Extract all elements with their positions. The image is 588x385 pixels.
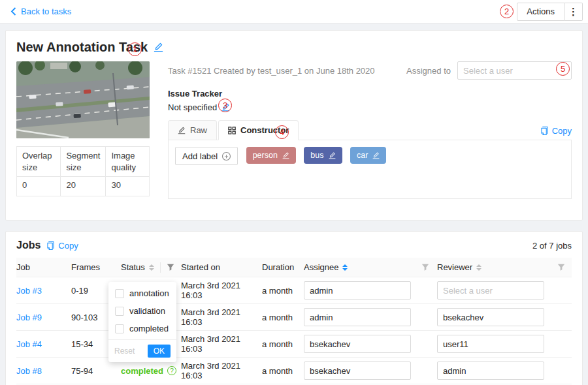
job-reviewer-input[interactable]	[437, 335, 544, 353]
job-assignee-input[interactable]	[304, 281, 411, 300]
tab-raw[interactable]: Raw	[168, 120, 217, 140]
labels-editor: Add label person bus car	[168, 140, 572, 199]
copy-jobs-link[interactable]: Copy	[46, 241, 78, 251]
task-assignee-input[interactable]	[457, 61, 572, 80]
duration-cell: a month	[262, 366, 304, 376]
job-assignee-input[interactable]	[304, 308, 411, 326]
status-filter-cell	[160, 262, 181, 273]
param-header-segment: Segment size	[61, 147, 106, 177]
add-label-text: Add label	[182, 151, 218, 161]
assigned-to-label: Assigned to	[406, 66, 451, 76]
checkbox[interactable]	[115, 324, 124, 333]
param-header-overlap: Overlap size	[17, 147, 61, 177]
param-value-quality: 30	[106, 177, 150, 196]
copy-icon	[46, 241, 55, 250]
jobs-header: Jobs Copy 2 of 7 jobs	[16, 239, 572, 251]
column-header-reviewer: Reviewer	[437, 262, 557, 272]
pencil-icon	[178, 127, 186, 134]
status-filter-icon[interactable]	[167, 264, 174, 271]
chevron-left-icon	[10, 7, 16, 16]
labels-tabs: Raw Constructor Copy	[168, 120, 572, 140]
column-header-duration: Duration	[262, 262, 304, 272]
job-link[interactable]: Job #8	[16, 366, 42, 376]
copy-labels-link[interactable]: Copy	[540, 126, 572, 140]
param-value-overlap: 0	[17, 177, 61, 196]
add-label-button[interactable]: Add label	[175, 147, 238, 165]
duration-cell: a month	[262, 286, 304, 296]
copy-jobs-label: Copy	[58, 241, 78, 251]
started-cell: March 3rd 2021 16:03	[181, 334, 262, 354]
task-card: New Annotation Task	[5, 30, 583, 221]
started-cell: March 3rd 2021 16:03	[181, 307, 262, 327]
page: Back to tasks Actions ⋮ New Annotation T…	[0, 0, 588, 385]
jobs-title: Jobs	[16, 239, 41, 251]
job-assignee-input[interactable]	[304, 362, 411, 380]
status-filter-dropdown: annotation validation completed Reset OK	[108, 282, 176, 362]
task-params-table: Overlap size Segment size Image quality …	[16, 146, 150, 196]
callout-1: 1	[128, 42, 142, 56]
table-row: Job #8 75-94 completed ? March 3rd 2021 …	[16, 358, 572, 384]
filter-option-validation[interactable]: validation	[108, 302, 176, 320]
column-divider	[160, 262, 161, 273]
assigned-to-group: Assigned to	[406, 61, 572, 80]
table-row: Job #4 15-34 March 3rd 2021 16:03 a mont…	[16, 331, 572, 358]
checkbox[interactable]	[115, 307, 124, 316]
assignee-sort-icon[interactable]	[342, 264, 348, 271]
label-chip-bus-name: bus	[310, 151, 323, 160]
plus-circle-icon	[222, 152, 231, 161]
job-assignee-input[interactable]	[304, 335, 411, 353]
status-cell: completed ?	[121, 366, 181, 376]
actions-button-group: Actions ⋮	[517, 3, 583, 21]
filter-option-annotation[interactable]: annotation	[108, 285, 176, 302]
column-header-job: Job	[16, 262, 71, 272]
job-reviewer-input[interactable]	[437, 308, 544, 326]
issue-tracker-label: Issue Tracker	[168, 89, 572, 99]
duration-cell: a month	[262, 339, 304, 349]
started-cell: March 3rd 2021 16:03	[181, 281, 262, 300]
actions-menu-button[interactable]: ⋮	[564, 3, 583, 21]
actions-button[interactable]: Actions	[517, 3, 564, 21]
callout-3: 3	[218, 99, 232, 112]
label-chip-car-name: car	[357, 151, 368, 160]
assignee-filter-cell	[421, 264, 437, 271]
callout-5: 5	[556, 62, 570, 76]
edit-label-icon[interactable]	[329, 152, 336, 159]
label-chip-bus[interactable]: bus	[304, 147, 342, 164]
filter-option-label: annotation	[129, 288, 169, 298]
jobs-card: Jobs Copy 2 of 7 jobs Job Frames Status …	[5, 231, 583, 385]
task-meta-row: Task #1521 Created by test_user_1 on Jun…	[168, 61, 572, 80]
reviewer-filter-icon[interactable]	[557, 264, 565, 271]
edit-label-icon[interactable]	[372, 152, 380, 159]
job-reviewer-input[interactable]	[437, 281, 544, 300]
status-help-icon[interactable]: ?	[167, 366, 176, 375]
job-link[interactable]: Job #9	[16, 313, 42, 322]
task-meta: Task #1521 Created by test_user_1 on Jun…	[168, 66, 375, 76]
task-body: Overlap size Segment size Image quality …	[16, 61, 572, 199]
reviewer-sort-icon[interactable]	[476, 264, 482, 271]
job-link[interactable]: Job #3	[16, 286, 42, 296]
checkbox[interactable]	[115, 289, 124, 298]
column-header-assignee: Assignee	[304, 262, 421, 272]
status-sort-icon[interactable]	[149, 264, 154, 271]
filter-ok-button[interactable]: OK	[148, 345, 171, 358]
job-reviewer-input[interactable]	[437, 362, 544, 380]
edit-title-icon[interactable]	[154, 42, 163, 52]
duration-cell: a month	[262, 313, 304, 322]
label-chip-person-name: person	[253, 151, 278, 160]
assignee-filter-icon[interactable]	[421, 264, 429, 271]
label-chip-car[interactable]: car	[350, 147, 386, 164]
job-link[interactable]: Job #4	[16, 339, 42, 349]
column-header-status: Status	[121, 262, 160, 272]
filter-reset-button[interactable]: Reset	[114, 346, 135, 356]
param-value-segment: 20	[61, 177, 106, 196]
label-chip-person[interactable]: person	[246, 147, 296, 164]
constructor-icon	[228, 127, 236, 134]
back-to-tasks-link[interactable]: Back to tasks	[10, 7, 71, 16]
filter-footer: Reset OK	[108, 339, 176, 362]
filter-option-completed[interactable]: completed	[108, 320, 176, 337]
jobs-table-header: Job Frames Status Started on Duration As…	[16, 258, 572, 277]
edit-label-icon[interactable]	[282, 152, 289, 159]
reviewer-filter-cell	[557, 264, 573, 271]
filter-option-label: validation	[129, 306, 165, 316]
table-row: Job #9 90-103 March 3rd 2021 16:03 a mon…	[16, 304, 572, 331]
